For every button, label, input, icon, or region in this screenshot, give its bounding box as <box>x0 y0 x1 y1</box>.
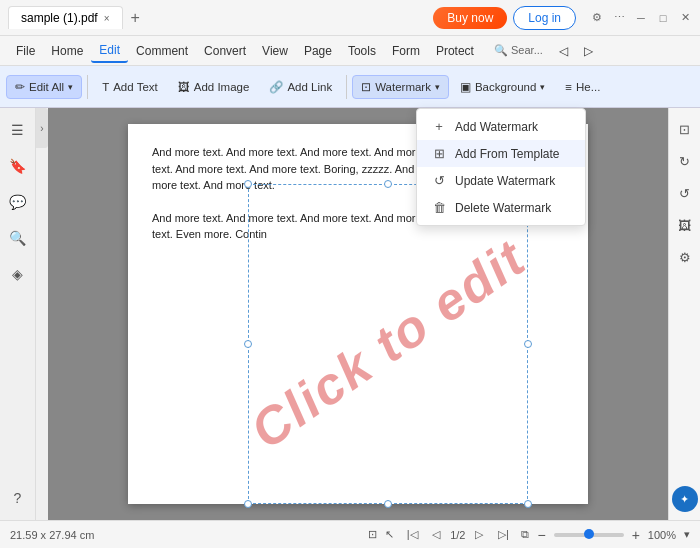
toolbar: ✏ Edit All ▾ T Add Text 🖼 Add Image 🔗 Ad… <box>0 66 700 108</box>
sidebar-search-icon[interactable]: 🔍 <box>4 224 32 252</box>
sidebar-layers-icon[interactable]: ◈ <box>4 260 32 288</box>
cursor-icon[interactable]: ↖ <box>385 528 394 541</box>
zoom-thumb <box>584 529 594 539</box>
window-controls: ⚙ ⋯ ─ □ ✕ <box>590 11 692 25</box>
left-sidebar: ☰ 🔖 💬 🔍 ◈ ? <box>0 108 36 520</box>
add-watermark-item[interactable]: + Add Watermark <box>417 113 585 140</box>
window-minimize-btn[interactable]: ─ <box>634 11 648 25</box>
main-area: ☰ 🔖 💬 🔍 ◈ ? › And more text. And more te… <box>0 108 700 520</box>
menu-bar: File Home Edit Comment Convert View Page… <box>0 36 700 66</box>
right-tools: ⊡ ↻ ↺ 🖼 ⚙ ✦ <box>668 108 700 520</box>
tab-close-btn[interactable]: × <box>104 13 110 24</box>
window-maximize-btn[interactable]: □ <box>656 11 670 25</box>
menu-back[interactable]: ◁ <box>551 40 576 62</box>
sidebar-comment-icon[interactable]: 💬 <box>4 188 32 216</box>
menu-convert[interactable]: Convert <box>196 40 254 62</box>
menu-edit[interactable]: Edit <box>91 39 128 63</box>
zoom-out-icon[interactable]: − <box>537 527 545 543</box>
crop-icon[interactable]: ⊡ <box>672 116 698 142</box>
edit-all-btn[interactable]: ✏ Edit All ▾ <box>6 75 82 99</box>
resize-handle-br[interactable] <box>524 500 532 508</box>
refresh-icon: ↺ <box>431 173 447 188</box>
resize-handle-bc[interactable] <box>384 500 392 508</box>
rotate-ccw-icon[interactable]: ↺ <box>672 180 698 206</box>
delete-watermark-item[interactable]: 🗑 Delete Watermark <box>417 194 585 221</box>
menu-file[interactable]: File <box>8 40 43 62</box>
add-link-btn[interactable]: 🔗 Add Link <box>260 75 341 99</box>
resize-handle-mr[interactable] <box>524 340 532 348</box>
window-close-btn[interactable]: ✕ <box>678 11 692 25</box>
menu-comment[interactable]: Comment <box>128 40 196 62</box>
watermark-icon: ⊡ <box>361 80 371 94</box>
title-bar-right: Buy now Log in ⚙ ⋯ ─ □ ✕ <box>433 6 692 30</box>
dimensions-label: 21.59 x 27.94 cm <box>10 529 94 541</box>
add-text-btn[interactable]: T Add Text <box>93 76 167 98</box>
image-icon: 🖼 <box>178 81 190 93</box>
zoom-dropdown-icon[interactable]: ▾ <box>684 528 690 541</box>
edit-chevron-icon: ▾ <box>68 82 73 92</box>
menu-form[interactable]: Form <box>384 40 428 62</box>
zoom-slider[interactable] <box>554 533 624 537</box>
sidebar-help-icon[interactable]: ? <box>4 484 32 512</box>
menu-page[interactable]: Page <box>296 40 340 62</box>
watermark-text[interactable]: Click to edit <box>234 220 541 468</box>
divider-1 <box>87 75 88 99</box>
header-btn[interactable]: ≡ He... <box>556 76 609 98</box>
sidebar-collapse-btn[interactable]: › <box>36 108 48 148</box>
trash-icon: 🗑 <box>431 200 447 215</box>
background-icon: ▣ <box>460 80 471 94</box>
resize-handle-ml[interactable] <box>244 340 252 348</box>
menu-forward[interactable]: ▷ <box>576 40 601 62</box>
rotate-cw-icon[interactable]: ↻ <box>672 148 698 174</box>
add-watermark-icon: + <box>431 119 447 134</box>
first-page-btn[interactable]: |◁ <box>402 525 422 545</box>
page-navigation: |◁ ◁ 1/2 ▷ ▷| <box>402 525 513 545</box>
watermark-dropdown: + Add Watermark ⊞ Add From Template ↺ Up… <box>416 108 586 226</box>
status-bar-right: ⊡ ↖ |◁ ◁ 1/2 ▷ ▷| ⧉ − + 100% ▾ <box>368 525 690 545</box>
status-bar: 21.59 x 27.94 cm ⊡ ↖ |◁ ◁ 1/2 ▷ ▷| ⧉ − +… <box>0 520 700 548</box>
next-page-btn[interactable]: ▷ <box>469 525 489 545</box>
watermark-chevron-icon: ▾ <box>435 82 440 92</box>
link-icon: 🔗 <box>269 80 283 94</box>
fit-icon[interactable]: ⊡ <box>368 528 377 541</box>
copy-icon[interactable]: ⧉ <box>521 528 529 541</box>
sidebar-panel-toggle[interactable]: ☰ <box>4 116 32 144</box>
settings-icon[interactable]: ⚙ <box>672 244 698 270</box>
bg-chevron-icon: ▾ <box>540 82 545 92</box>
menu-view[interactable]: View <box>254 40 296 62</box>
window-more-icon[interactable]: ⋯ <box>612 11 626 25</box>
menu-tools[interactable]: Tools <box>340 40 384 62</box>
login-btn[interactable]: Log in <box>513 6 576 30</box>
add-image-btn[interactable]: 🖼 Add Image <box>169 76 259 98</box>
menu-protect[interactable]: Protect <box>428 40 482 62</box>
resize-handle-bl[interactable] <box>244 500 252 508</box>
prev-page-btn[interactable]: ◁ <box>426 525 446 545</box>
image-edit-icon[interactable]: 🖼 <box>672 212 698 238</box>
divider-2 <box>346 75 347 99</box>
page-indicator: 1/2 <box>450 529 465 541</box>
sidebar-bookmark-icon[interactable]: 🔖 <box>4 152 32 180</box>
document-tab[interactable]: sample (1).pdf × <box>8 6 123 29</box>
text-icon: T <box>102 81 109 93</box>
menu-home[interactable]: Home <box>43 40 91 62</box>
last-page-btn[interactable]: ▷| <box>493 525 513 545</box>
window-settings-icon[interactable]: ⚙ <box>590 11 604 25</box>
header-icon: ≡ <box>565 81 572 93</box>
zoom-level: 100% <box>648 529 676 541</box>
buy-now-btn[interactable]: Buy now <box>433 7 507 29</box>
add-from-template-item[interactable]: ⊞ Add From Template <box>417 140 585 167</box>
help-icon[interactable]: ✦ <box>672 486 698 512</box>
menu-search[interactable]: 🔍 Sear... <box>486 40 551 61</box>
template-icon: ⊞ <box>431 146 447 161</box>
watermark-btn[interactable]: ⊡ Watermark ▾ <box>352 75 449 99</box>
new-tab-btn[interactable]: + <box>127 9 144 27</box>
title-bar: sample (1).pdf × + Buy now Log in ⚙ ⋯ ─ … <box>0 0 700 36</box>
edit-icon: ✏ <box>15 80 25 94</box>
zoom-in-icon[interactable]: + <box>632 527 640 543</box>
tab-label: sample (1).pdf <box>21 11 98 25</box>
update-watermark-item[interactable]: ↺ Update Watermark <box>417 167 585 194</box>
background-btn[interactable]: ▣ Background ▾ <box>451 75 554 99</box>
